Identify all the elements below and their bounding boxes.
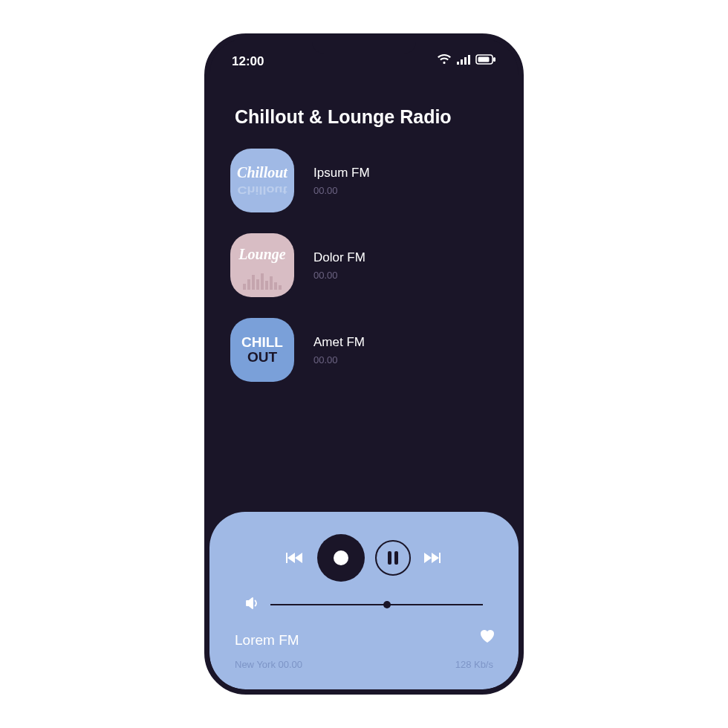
status-icons <box>437 53 496 69</box>
station-item-dolor[interactable]: Lounge Dolor FM 00.00 <box>230 233 498 297</box>
record-button[interactable] <box>317 534 365 582</box>
station-time: 00.00 <box>313 354 365 365</box>
favorite-button[interactable] <box>478 628 496 647</box>
screen: 12:00 Chillout & Lounge Radio Chillout C… <box>209 39 519 689</box>
thumb-line2: OUT <box>241 350 283 365</box>
station-time: 00.00 <box>313 270 365 281</box>
svg-rect-2 <box>464 57 467 65</box>
thumb-label: Chillout <box>237 165 287 180</box>
next-button[interactable] <box>421 547 443 569</box>
station-thumb-lounge: Lounge <box>230 233 294 297</box>
thumb-reflection: Chillout <box>238 183 287 196</box>
station-name: Ipsum FM <box>313 166 370 181</box>
now-playing-row: Lorem FM <box>232 628 496 649</box>
svg-rect-0 <box>457 62 459 65</box>
station-meta: Amet FM 00.00 <box>313 335 365 365</box>
now-playing-title: Lorem FM <box>232 632 299 649</box>
station-list[interactable]: Chillout Chillout Ipsum FM 00.00 Lounge … <box>209 149 519 512</box>
page-title: Chillout & Lounge Radio <box>209 77 519 149</box>
station-thumb-chillout: Chillout Chillout <box>230 149 294 212</box>
svg-rect-8 <box>439 553 441 563</box>
station-meta: Dolor FM 00.00 <box>313 250 365 281</box>
thumb-line1: CHILL <box>241 335 283 350</box>
equalizer-icon <box>243 273 282 290</box>
now-playing-location: New York 00.00 <box>235 659 302 670</box>
station-item-ipsum[interactable]: Chillout Chillout Ipsum FM 00.00 <box>230 149 498 212</box>
svg-rect-6 <box>493 57 495 62</box>
pause-icon <box>388 551 398 565</box>
status-time: 12:00 <box>232 54 264 69</box>
station-name: Dolor FM <box>313 250 365 265</box>
station-item-amet[interactable]: CHILL OUT Amet FM 00.00 <box>230 318 498 382</box>
svg-rect-7 <box>286 553 287 563</box>
thumb-label: CHILL OUT <box>241 335 283 365</box>
player-controls <box>232 534 496 582</box>
notch <box>312 39 416 53</box>
volume-slider[interactable] <box>270 604 483 605</box>
phone-frame: 12:00 Chillout & Lounge Radio Chillout C… <box>204 33 524 695</box>
signal-icon <box>456 53 471 69</box>
thumb-label: Lounge <box>238 247 285 261</box>
svg-rect-1 <box>461 59 463 65</box>
volume-icon <box>245 597 260 613</box>
pause-button[interactable] <box>375 540 411 576</box>
station-time: 00.00 <box>313 185 370 196</box>
record-dot-icon <box>334 550 348 565</box>
svg-rect-5 <box>478 57 490 62</box>
station-thumb-chillout2: CHILL OUT <box>230 318 294 382</box>
station-name: Amet FM <box>313 335 365 350</box>
player-panel: Lorem FM New York 00.00 128 Kb/s <box>209 512 519 689</box>
now-playing-bitrate: 128 Kb/s <box>455 659 493 670</box>
battery-icon <box>475 53 496 69</box>
volume-thumb[interactable] <box>383 601 391 608</box>
previous-button[interactable] <box>285 547 307 569</box>
now-playing-meta: New York 00.00 128 Kb/s <box>232 659 496 670</box>
station-meta: Ipsum FM 00.00 <box>313 166 370 196</box>
volume-row <box>232 597 496 613</box>
svg-rect-3 <box>468 55 470 65</box>
wifi-icon <box>437 53 452 69</box>
